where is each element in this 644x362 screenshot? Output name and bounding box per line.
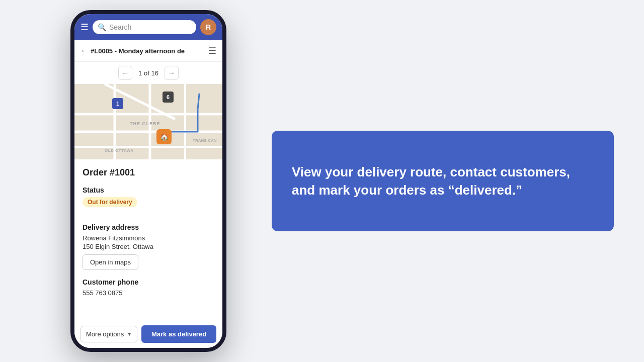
customer-phone-number: 555 763 0875 bbox=[83, 289, 214, 297]
map-pin-6: 6 bbox=[163, 92, 174, 103]
info-card-text: View your delivery route, contact custom… bbox=[292, 163, 594, 200]
menu-icon[interactable]: ☰ bbox=[80, 22, 89, 33]
app-header: ☰ 🔍 Search R bbox=[74, 14, 222, 40]
customer-name: Rowena Fitzsimmons bbox=[83, 234, 214, 242]
more-options-button[interactable]: More options ▼ bbox=[80, 326, 137, 342]
svg-text:THE GLEBE: THE GLEBE bbox=[130, 121, 160, 126]
map-pin-1: 1 bbox=[112, 98, 123, 109]
status-badge: Out for delivery bbox=[83, 197, 137, 207]
route-title: #L0005 - Monday afternoon de bbox=[91, 47, 185, 55]
info-card: View your delivery route, contact custom… bbox=[272, 131, 614, 231]
status-section: Status Out for delivery bbox=[83, 186, 214, 215]
order-title: Order #1001 bbox=[83, 167, 214, 178]
next-page-button[interactable]: → bbox=[165, 66, 179, 80]
bottom-action-bar: More options ▼ Mark as delivered bbox=[74, 320, 222, 348]
map-area: THE GLEBE TRANS-CAN OLD OTTAWA 1 6 🏠 bbox=[74, 84, 222, 159]
svg-text:OLD OTTAWA: OLD OTTAWA bbox=[105, 148, 134, 153]
mark-delivered-button[interactable]: Mark as delivered bbox=[141, 325, 216, 343]
page-indicator: 1 of 16 bbox=[138, 69, 158, 77]
delivery-address-label: Delivery address bbox=[83, 223, 214, 231]
customer-phone-section: Customer phone 555 763 0875 bbox=[83, 278, 214, 297]
more-options-label: More options bbox=[86, 330, 124, 338]
customer-phone-label: Customer phone bbox=[83, 278, 214, 286]
customer-address: 150 Elgin Street. Ottawa bbox=[83, 243, 214, 250]
delivery-address-section: Delivery address Rowena Fitzsimmons 150 … bbox=[83, 223, 214, 270]
map-store-pin: 🏠 bbox=[156, 129, 172, 144]
phone-mockup: ☰ 🔍 Search R ← #L0005 - Monday afternoon… bbox=[70, 10, 226, 352]
avatar[interactable]: R bbox=[200, 19, 216, 35]
search-icon: 🔍 bbox=[98, 23, 106, 31]
back-arrow-icon: ← bbox=[80, 46, 89, 55]
chevron-down-icon: ▼ bbox=[127, 331, 132, 337]
order-content: Order #1001 Status Out for delivery Deli… bbox=[74, 159, 222, 320]
sub-header: ← #L0005 - Monday afternoon de ☰ bbox=[74, 40, 222, 62]
prev-page-button[interactable]: ← bbox=[118, 66, 132, 80]
search-placeholder: Search bbox=[109, 23, 131, 31]
list-view-icon[interactable]: ☰ bbox=[208, 45, 216, 56]
phone-screen: ☰ 🔍 Search R ← #L0005 - Monday afternoon… bbox=[70, 10, 226, 352]
pagination-bar: ← 1 of 16 → bbox=[74, 62, 222, 84]
open-maps-button[interactable]: Open in maps bbox=[83, 254, 138, 270]
back-button[interactable]: ← #L0005 - Monday afternoon de bbox=[80, 46, 185, 55]
svg-text:TRANS-CAN: TRANS-CAN bbox=[193, 138, 217, 143]
status-label: Status bbox=[83, 186, 214, 194]
search-bar[interactable]: 🔍 Search bbox=[93, 20, 196, 34]
